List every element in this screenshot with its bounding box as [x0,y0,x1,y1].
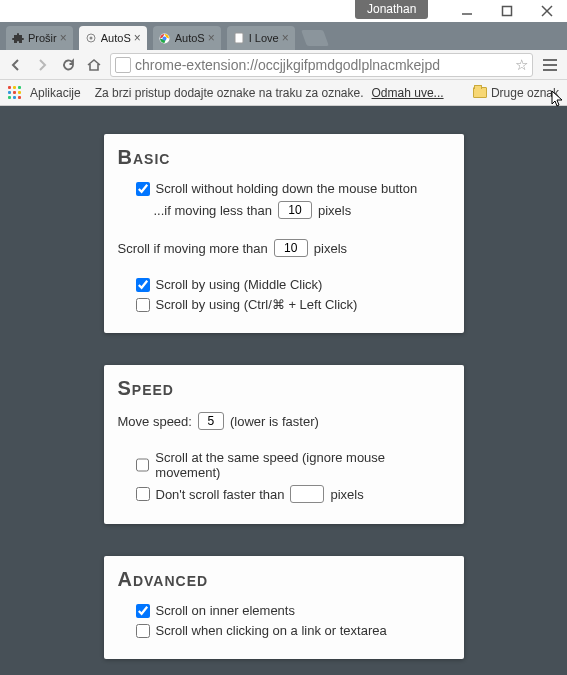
checkbox-middle-click[interactable] [136,278,150,292]
label-max-speed-post: pixels [330,487,363,502]
menu-button[interactable] [539,54,561,76]
bookmarks-hint-link[interactable]: Odmah uve... [372,86,444,100]
bookmark-star-icon[interactable]: ☆ [515,56,528,74]
browser-toolbar: chrome-extension://occjjkgifpmdgodlplnac… [0,50,567,80]
checkbox-same-speed[interactable] [136,458,150,472]
label-click-link-textarea: Scroll when clicking on a link or textar… [156,623,387,638]
input-max-speed[interactable] [290,485,324,503]
window-titlebar: Jonathan [0,0,567,22]
page-content: Basic Scroll without holding down the mo… [0,106,567,675]
label-middle-click: Scroll by using (Middle Click) [156,277,323,292]
apps-label[interactable]: Aplikacije [30,86,81,100]
close-icon[interactable]: × [208,31,215,45]
card-title: Advanced [118,568,450,591]
input-move-more-than[interactable] [274,239,308,257]
card-title: Basic [118,146,450,169]
svg-point-7 [163,36,167,40]
label-same-speed: Scroll at the same speed (ignore mouse m… [155,450,449,480]
reload-button[interactable] [58,55,78,75]
tab-label: Prošir [28,32,57,44]
tab-0[interactable]: Prošir × [6,26,73,50]
user-chip[interactable]: Jonathan [355,0,428,19]
checkbox-max-speed[interactable] [136,487,150,501]
sub-label-post: pixels [318,203,351,218]
checkbox-click-link-textarea[interactable] [136,624,150,638]
apps-icon[interactable] [8,86,22,100]
card-title: Speed [118,377,450,400]
back-button[interactable] [6,55,26,75]
tab-1[interactable]: AutoS × [79,26,147,50]
label-ctrl-left-click: Scroll by using (Ctrl/⌘ + Left Click) [156,297,358,312]
label-move-speed-post: (lower is faster) [230,414,319,429]
url-text: chrome-extension://occjjkgifpmdgodlplnac… [135,57,511,73]
home-button[interactable] [84,55,104,75]
card-advanced: Advanced Scroll on inner elements Scroll… [104,556,464,659]
close-icon[interactable]: × [60,31,67,45]
forward-button[interactable] [32,55,52,75]
webstore-icon [159,32,171,44]
input-move-speed[interactable] [198,412,224,430]
label-pixels: pixels [314,241,347,256]
folder-icon [473,87,487,98]
other-bookmarks[interactable]: Druge oznak [473,86,559,100]
close-icon[interactable]: × [282,31,289,45]
close-icon[interactable]: × [134,31,141,45]
tab-strip: Prošir × AutoS × AutoS × I Love × [0,22,567,50]
svg-rect-1 [503,7,512,16]
page-icon [115,57,131,73]
address-bar[interactable]: chrome-extension://occjjkgifpmdgodlplnac… [110,53,533,77]
checkbox-inner-elements[interactable] [136,604,150,618]
window-close-button[interactable] [527,0,567,22]
input-move-less-than[interactable] [278,201,312,219]
card-speed: Speed Move speed: (lower is faster) Scro… [104,365,464,524]
puzzle-icon [12,32,24,44]
bookmarks-bar: Aplikacije Za brzi pristup dodajte oznak… [0,80,567,106]
tab-2[interactable]: AutoS × [153,26,221,50]
other-bookmarks-label: Druge oznak [491,86,559,100]
svg-point-5 [89,37,92,40]
sub-label-pre: ...if moving less than [154,203,273,218]
label-scroll-without-hold: Scroll without holding down the mouse bu… [156,181,418,196]
tab-label: AutoS [101,32,131,44]
window-minimize-button[interactable] [447,0,487,22]
tab-label: I Love [249,32,279,44]
label-max-speed-pre: Don't scroll faster than [156,487,285,502]
svg-rect-8 [235,33,243,43]
label-inner-elements: Scroll on inner elements [156,603,295,618]
checkbox-scroll-without-hold[interactable] [136,182,150,196]
label-move-speed: Move speed: [118,414,192,429]
extension-icon [85,32,97,44]
checkbox-ctrl-left-click[interactable] [136,298,150,312]
tab-3[interactable]: I Love × [227,26,295,50]
page-icon [233,32,245,44]
card-basic: Basic Scroll without holding down the mo… [104,134,464,333]
bookmarks-hint: Za brzi pristup dodajte oznake na traku … [95,86,364,100]
window-maximize-button[interactable] [487,0,527,22]
tab-label: AutoS [175,32,205,44]
label-scroll-more-than: Scroll if moving more than [118,241,268,256]
new-tab-button[interactable] [301,30,329,46]
